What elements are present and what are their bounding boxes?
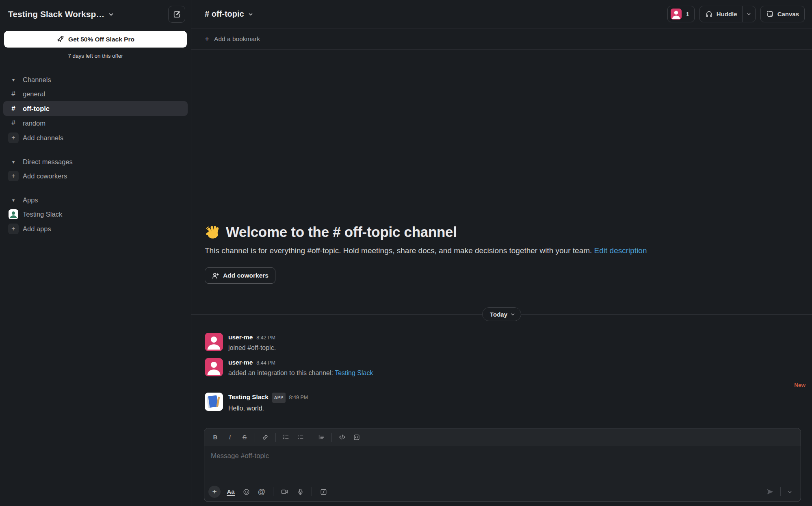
sidebar-item-general[interactable]: # general	[3, 87, 188, 101]
aa-label: Aa	[227, 488, 234, 496]
app-avatar	[9, 209, 18, 219]
channel-title-button[interactable]: # off-topic	[205, 9, 253, 19]
video-clip-button[interactable]	[278, 486, 292, 498]
message-input[interactable]: Message #off-topic	[204, 446, 801, 466]
app-avatar[interactable]	[205, 393, 223, 411]
toolbar-divider	[275, 433, 276, 442]
formatting-toggle-button[interactable]: Aa	[224, 486, 238, 498]
integration-link[interactable]: Testing Slack	[335, 369, 373, 376]
dm-section: ▾ Direct messages + Add coworkers	[3, 155, 188, 183]
sidebar-item-add-channels[interactable]: + Add channels	[3, 130, 188, 145]
bold-button[interactable]: B	[208, 431, 223, 443]
message-author[interactable]: Testing Slack	[228, 393, 269, 401]
message-pane: Welcome to the # off-topic channel This …	[191, 50, 812, 506]
sidebar-item-add-apps[interactable]: + Add apps	[3, 222, 188, 236]
code-block-button[interactable]	[349, 431, 364, 443]
sidebar-item-add-coworkers[interactable]: + Add coworkers	[3, 169, 188, 183]
avatar[interactable]	[205, 333, 223, 351]
blockquote-button[interactable]	[314, 431, 329, 443]
add-bookmark-button[interactable]: + Add a bookmark	[191, 28, 812, 50]
ordered-list-button[interactable]	[279, 431, 293, 443]
section-header-apps[interactable]: ▾ Apps	[3, 193, 188, 207]
link-button[interactable]	[258, 431, 273, 443]
person-icon	[205, 358, 223, 376]
headphones-icon	[705, 10, 713, 18]
blockquote-icon	[318, 434, 325, 441]
channel-welcome: Welcome to the # off-topic channel This …	[191, 224, 812, 284]
workspace-switcher[interactable]: Testing Slack Worksp…	[8, 9, 114, 19]
channel-header: # off-topic 1	[191, 0, 812, 28]
message-author[interactable]: user-me	[228, 333, 253, 341]
strikethrough-button[interactable]: S	[237, 431, 252, 443]
italic-button[interactable]: I	[223, 431, 237, 443]
bullet-list-button[interactable]	[293, 431, 308, 443]
send-options-button[interactable]	[784, 486, 796, 498]
upgrade-promo-button[interactable]: Get 50% Off Slack Pro	[4, 31, 187, 48]
date-divider: Today	[191, 307, 812, 321]
collapse-triangle-icon: ▾	[8, 159, 19, 165]
canvas-button[interactable]: Canvas	[760, 6, 805, 22]
hash-icon: #	[8, 89, 19, 99]
link-icon	[262, 434, 269, 441]
canvas-icon	[766, 10, 774, 18]
edit-description-link[interactable]: Edit description	[594, 246, 647, 255]
audio-clip-button[interactable]	[293, 486, 307, 498]
code-button[interactable]	[335, 431, 349, 443]
microphone-icon	[297, 488, 304, 496]
shortcuts-button[interactable]	[316, 486, 330, 498]
huddle-button[interactable]: Huddle	[699, 6, 756, 22]
welcome-title-row: Welcome to the # off-topic channel	[205, 224, 796, 240]
message-timestamp[interactable]: 8:42 PM	[256, 334, 275, 342]
item-label: Add coworkers	[23, 172, 67, 180]
member-count-button[interactable]: 1	[667, 6, 694, 22]
sidebar-item-testing-slack-app[interactable]: Testing Slack	[3, 207, 188, 222]
sidebar-item-random[interactable]: # random	[3, 116, 188, 130]
compose-icon	[173, 10, 181, 19]
section-header-channels[interactable]: ▾ Channels	[3, 73, 188, 87]
huddle-start[interactable]: Huddle	[700, 6, 742, 22]
mention-button[interactable]: @	[255, 486, 269, 498]
section-label: Direct messages	[23, 158, 73, 166]
avatar[interactable]	[205, 358, 223, 376]
plus-icon: +	[8, 132, 19, 143]
message-timestamp[interactable]: 8:49 PM	[289, 393, 308, 402]
main-panel: # off-topic 1	[191, 0, 812, 506]
date-label: Today	[490, 311, 507, 318]
date-pill-button[interactable]: Today	[482, 307, 521, 321]
section-header-direct-messages[interactable]: ▾ Direct messages	[3, 155, 188, 169]
toolbar-divider	[331, 433, 332, 442]
add-bookmark-label: Add a bookmark	[214, 35, 260, 43]
hash-icon: #	[8, 103, 19, 114]
toolbar-divider	[311, 433, 311, 442]
toolbar-divider	[273, 487, 273, 496]
message-author[interactable]: user-me	[228, 358, 253, 367]
section-label: Apps	[23, 196, 38, 204]
huddle-options[interactable]	[742, 6, 755, 22]
toolbar-divider	[255, 433, 255, 442]
plus-icon: +	[205, 35, 209, 43]
plus-icon: +	[8, 171, 19, 181]
new-message-button[interactable]	[168, 6, 185, 23]
send-button[interactable]	[763, 486, 777, 498]
item-label: Testing Slack	[23, 211, 62, 218]
unread-divider: New	[191, 381, 812, 389]
member-count: 1	[686, 11, 689, 17]
promo-label: Get 50% Off Slack Pro	[68, 36, 134, 43]
message-timestamp[interactable]: 8:44 PM	[256, 359, 275, 367]
attach-button[interactable]: +	[208, 486, 221, 498]
person-icon	[9, 209, 18, 219]
bullet-list-icon	[297, 434, 304, 441]
sidebar-item-off-topic[interactable]: # off-topic	[3, 101, 188, 116]
send-cluster	[763, 486, 796, 498]
video-camera-icon	[281, 488, 289, 496]
code-icon	[338, 433, 346, 441]
message-text-part: added an integration to this channel:	[228, 369, 335, 376]
person-plus-icon	[212, 272, 219, 280]
item-label: Add apps	[23, 225, 51, 233]
emoji-button[interactable]	[239, 486, 253, 498]
add-coworkers-label: Add coworkers	[223, 272, 269, 279]
message-text: Hello, world.	[228, 404, 308, 413]
send-icon	[766, 488, 774, 496]
add-coworkers-button[interactable]: Add coworkers	[205, 267, 275, 284]
unread-line	[191, 385, 790, 385]
